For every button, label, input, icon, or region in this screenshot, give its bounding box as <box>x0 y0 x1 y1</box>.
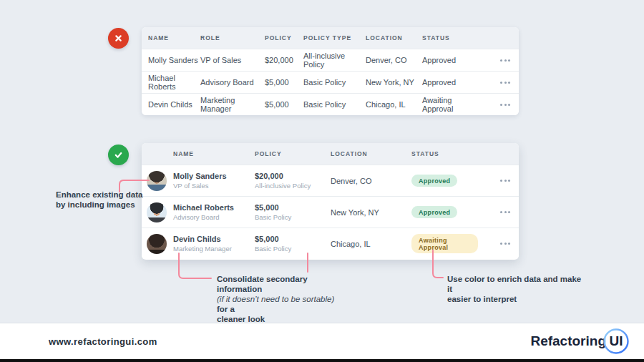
annotation-text: for a <box>217 305 235 313</box>
annotation-text: Enhance existing data <box>56 190 142 200</box>
person-role: Advisory Board <box>173 213 234 221</box>
cell-policy: $5,000 <box>265 78 303 87</box>
footer: www.refactoringui.com Refactoring UI <box>0 323 644 359</box>
cell-policy: $20,000 <box>265 56 303 64</box>
cell-location: Denver, CO <box>366 56 422 64</box>
annotation-use-color: Use color to enrich data and make it eas… <box>447 274 583 304</box>
cell-policy-type: Basic Policy <box>303 100 366 109</box>
cell-name: Michael Roberts <box>148 74 200 91</box>
annotation-text-italic: (if it doesn’t need to be sortable) <box>217 295 334 303</box>
cell-role: Marketing Manager <box>200 96 265 113</box>
status-badge: Approved <box>411 175 457 187</box>
ellipsis-icon[interactable] <box>500 211 510 213</box>
cell-location: Chicago, IL <box>331 240 411 248</box>
table-row[interactable]: Devin Childs Marketing Manager $5,000 Ba… <box>142 93 519 115</box>
logo-ring-icon <box>602 328 630 355</box>
avatar <box>147 202 167 222</box>
good-table-card: NAME POLICY LOCATION STATUS Molly Sander… <box>142 143 519 260</box>
table-row[interactable]: Michael Roberts Advisory Board $5,000 Ba… <box>142 71 519 93</box>
annotation-enhance-images: Enhance existing data by including image… <box>56 190 142 210</box>
policy-amount: $5,000 <box>255 203 331 212</box>
person-name: Molly Sanders <box>173 172 227 180</box>
cell-location: Denver, CO <box>331 177 411 185</box>
cell-name: Devin Childs <box>148 100 200 109</box>
good-table-header-row: NAME POLICY LOCATION STATUS <box>142 143 519 165</box>
avatar <box>147 171 167 191</box>
table-row[interactable]: Devin Childs Marketing Manager $5,000 Ba… <box>142 228 519 259</box>
cell-location: New York, NY <box>366 78 422 87</box>
column-header-name: NAME <box>148 34 200 41</box>
cell-name: Molly Sanders <box>148 56 200 64</box>
cell-status: Awaiting Approval <box>422 96 483 113</box>
status-badge: Awaiting Approval <box>411 234 478 253</box>
ellipsis-icon[interactable] <box>500 243 510 245</box>
annotation-text: Consolidate secondary information <box>217 274 346 294</box>
person-role: Marketing Manager <box>173 245 232 253</box>
annotation-text: by including images <box>56 200 142 210</box>
website-url[interactable]: www.refactoringui.com <box>49 336 157 347</box>
policy-type: Basic Policy <box>255 213 331 221</box>
policy-amount: $20,000 <box>255 172 331 180</box>
column-header-name: NAME <box>147 150 255 157</box>
ellipsis-icon[interactable] <box>500 104 510 106</box>
cell-location: Chicago, IL <box>366 100 422 109</box>
cell-status: Approved <box>422 56 483 64</box>
column-header-role: ROLE <box>200 34 265 41</box>
bad-table-card: NAME ROLE POLICY POLICY TYPE LOCATION ST… <box>142 27 519 115</box>
column-header-status: STATUS <box>411 150 478 157</box>
column-header-policy-type: POLICY TYPE <box>303 34 366 41</box>
ellipsis-icon[interactable] <box>500 59 510 62</box>
policy-type: All-inclusive Policy <box>255 182 331 190</box>
cell-role: Advisory Board <box>200 78 265 87</box>
column-header-policy: POLICY <box>255 150 331 157</box>
logo-ui-ring: UI <box>602 328 630 355</box>
cell-role: VP of Sales <box>200 56 265 64</box>
person-role: VP of Sales <box>173 182 227 190</box>
table-row[interactable]: Molly Sanders VP of Sales $20,000 All-in… <box>142 165 519 196</box>
person-name: Devin Childs <box>173 235 232 243</box>
ellipsis-icon[interactable] <box>500 82 510 84</box>
annotation-consolidate: Consolidate secondary information (if it… <box>217 274 346 324</box>
ellipsis-icon[interactable] <box>500 180 510 182</box>
column-header-status: STATUS <box>422 34 483 41</box>
bottom-edge-bar <box>0 359 644 362</box>
column-header-location: LOCATION <box>366 34 422 41</box>
annotation-text: Use color to enrich data and make it <box>447 274 583 294</box>
annotation-text: easier to interpret <box>447 294 583 304</box>
policy-type: Basic Policy <box>255 245 331 253</box>
check-icon <box>108 145 129 165</box>
infographic-canvas: NAME ROLE POLICY POLICY TYPE LOCATION ST… <box>0 0 644 362</box>
column-header-location: LOCATION <box>331 150 411 157</box>
cell-location: New York, NY <box>331 208 411 217</box>
x-icon <box>108 28 129 49</box>
status-badge: Approved <box>411 206 457 218</box>
policy-amount: $5,000 <box>255 235 331 243</box>
cell-status: Approved <box>422 78 483 87</box>
logo-word: Refactoring <box>530 333 606 349</box>
cell-policy-type: All-inclusive Policy <box>303 52 366 69</box>
table-row[interactable]: Molly Sanders VP of Sales $20,000 All-in… <box>142 49 519 71</box>
cell-policy: $5,000 <box>265 100 303 109</box>
column-header-policy: POLICY <box>265 34 303 41</box>
avatar <box>147 234 167 254</box>
annotation-text: (if it doesn’t need to be sortable) for … <box>217 294 346 314</box>
cell-policy-type: Basic Policy <box>303 78 366 87</box>
person-name: Michael Roberts <box>173 203 234 212</box>
refactoring-ui-logo: Refactoring UI <box>530 328 630 355</box>
table-row[interactable]: Michael Roberts Advisory Board $5,000 Ba… <box>142 196 519 228</box>
bad-table-header-row: NAME ROLE POLICY POLICY TYPE LOCATION ST… <box>142 27 519 49</box>
